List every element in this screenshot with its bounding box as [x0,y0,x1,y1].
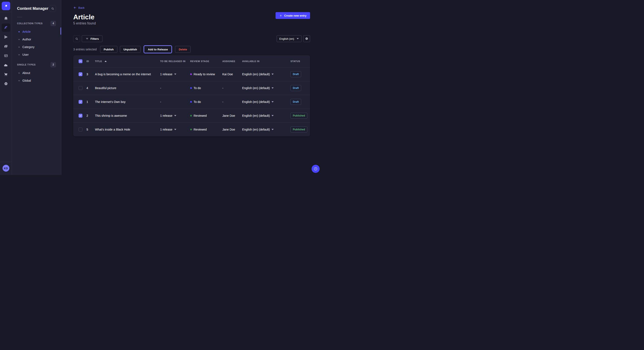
release-value: - [160,100,161,104]
sidebar-item-category[interactable]: Category [17,43,56,51]
publish-button[interactable]: Publish [100,46,117,53]
column-header-status[interactable]: STATUS [289,60,310,62]
chevron-down-icon [272,129,274,130]
releases-paper-plane-icon[interactable] [2,33,10,41]
table-row[interactable]: 2 This shrimp is awesome 1 release Revie… [73,109,310,123]
chevron-down-icon [272,74,274,75]
stage-label: Reviewed [194,114,206,117]
cell-to-be-released-in: - [159,86,189,90]
column-header-available-in[interactable]: AVAILABLE IN [241,60,289,62]
sidebar-item-global[interactable]: Global [17,77,56,84]
unpublish-button[interactable]: Unpublish [120,46,141,53]
sidebar-divider [17,17,22,17]
sidebar-item-about[interactable]: About [17,69,56,77]
plus-icon [279,14,282,17]
table-row[interactable]: 3 A bug is becoming a meme on the intern… [73,67,310,81]
delete-button[interactable]: Delete [175,46,190,53]
cell-assignee: Jane Doe [221,128,241,131]
sort-ascending-icon [104,61,107,62]
search-icon[interactable] [49,5,56,12]
release-value: 1 release [160,128,172,131]
chevron-down-icon [174,74,176,75]
strapi-logo-icon [4,3,8,8]
user-avatar[interactable]: KD [2,165,9,172]
column-header-id[interactable]: ID [85,60,94,62]
bullet-icon [18,72,20,74]
nav-rail: KD [0,0,12,175]
locale-select[interactable]: English (en) [277,35,302,42]
help-button[interactable]: ? [312,165,320,173]
strapi-logo[interactable] [2,2,10,10]
single-types-count-badge: 2 [50,62,56,67]
cell-available-in[interactable]: English (en) (default) [241,86,289,90]
bullet-icon [18,39,20,40]
chevron-down-icon [272,87,274,89]
logo-container [0,0,12,12]
rail-footer: KD [0,162,12,175]
cell-to-be-released-in[interactable]: 1 release [159,114,189,117]
cell-available-in[interactable]: English (en) (default) [241,72,289,76]
media-library-icon[interactable] [2,42,10,51]
locale-value: English (en) (default) [242,72,270,76]
column-header-title[interactable]: TITLE [94,60,159,62]
search-icon[interactable] [73,35,80,42]
bullet-icon [18,54,20,55]
locale-value: English (en) (default) [242,100,270,104]
cell-available-in[interactable]: English (en) (default) [241,114,289,117]
stage-dot-icon [190,101,192,103]
deploy-cloud-icon[interactable] [2,61,10,69]
table-row[interactable]: 4 Beautiful picture - To do - English (e… [73,81,310,95]
create-new-entry-label: Create new entry [284,14,306,17]
row-checkbox[interactable] [78,86,82,90]
sidebar-item-article[interactable]: Article [17,28,56,35]
table-row[interactable]: 1 The internet's Own boy - To do - Engli… [73,95,310,109]
collection-types-list: Article Author Category User [17,28,56,58]
filter-icon [86,37,89,40]
cell-id: 1 [85,100,94,104]
cell-id: 2 [85,114,94,117]
row-checkbox[interactable] [78,128,82,131]
chevron-down-icon [174,115,176,116]
sidebar-item-author[interactable]: Author [17,35,56,43]
home-icon[interactable] [2,14,10,22]
settings-gear-icon[interactable] [2,80,10,88]
create-new-entry-button[interactable]: Create new entry [276,12,310,19]
status-badge: Published [290,127,307,133]
cell-assignee: - [221,86,241,90]
content-manager-feather-icon[interactable] [2,23,10,32]
back-link[interactable]: Back [73,6,84,9]
cell-to-be-released-in: - [159,100,189,104]
row-checkbox[interactable] [78,100,82,104]
view-settings-gear-icon[interactable] [303,35,310,42]
row-checkbox[interactable] [78,72,82,76]
cell-available-in[interactable]: English (en) (default) [241,128,289,131]
marketplace-cart-icon[interactable] [2,70,10,79]
column-header-assignee[interactable]: ASSIGNEE [221,60,241,62]
column-header-to-be-released-in[interactable]: TO BE RELEASED IN [159,60,189,62]
select-all-checkbox[interactable] [78,59,82,63]
cell-available-in[interactable]: English (en) (default) [241,100,289,104]
bulk-actions-bar: 3 entries selected Publish Unpublish Add… [73,46,310,53]
cell-title: What's inside a Black Hole [94,128,159,131]
add-to-release-button[interactable]: Add to Release [144,46,172,53]
cell-to-be-released-in[interactable]: 1 release [159,128,189,131]
chevron-down-icon [272,115,274,116]
sidebar-item-label: About [22,71,30,75]
cell-assignee: Jane Doe [221,114,241,117]
bullet-icon [18,47,20,48]
arrow-left-icon [73,6,77,9]
cell-to-be-released-in[interactable]: 1 release [159,72,189,76]
cell-id: 4 [85,86,94,90]
filters-button[interactable]: Filters [82,35,102,42]
column-header-review-stage[interactable]: REVIEW STAGE [189,60,221,62]
column-header-title-label: TITLE [95,60,102,62]
cell-review-stage: Reviewed [189,128,221,131]
check-icon [79,101,82,103]
table-row[interactable]: 5 What's inside a Black Hole 1 release R… [73,123,310,136]
indeterminate-dash-icon [80,61,82,61]
sidebar-item-user[interactable]: User [17,51,56,58]
release-value: 1 release [160,72,172,76]
content-type-builder-icon[interactable] [2,51,10,60]
stage-label: Reviewed [194,128,206,131]
row-checkbox[interactable] [78,114,82,118]
